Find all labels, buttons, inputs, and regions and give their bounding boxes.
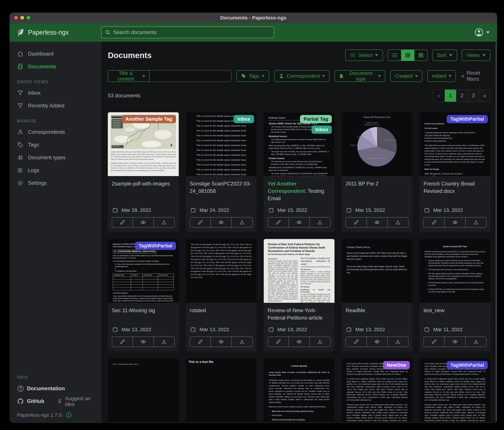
- edit-button[interactable]: [190, 217, 211, 228]
- document-title[interactable]: multi-page-mixedxx: [108, 422, 179, 423]
- sidebar-item-document-types[interactable]: Document types: [9, 151, 101, 164]
- documentation-link[interactable]: Documentation: [9, 382, 101, 395]
- pagination-prev-button[interactable]: «: [433, 90, 445, 102]
- document-thumbnail[interactable]: Patient BP Distribution 2011 Isolated Sy…: [342, 112, 413, 176]
- document-thumbnail[interactable]: This is a multi page document. Page 1.: [108, 358, 179, 422]
- view-button[interactable]: [289, 217, 310, 228]
- view-button[interactable]: [133, 337, 154, 347]
- edit-button[interactable]: [268, 337, 289, 347]
- sidebar-item-documents[interactable]: Documents: [9, 60, 101, 73]
- download-button[interactable]: [310, 337, 331, 347]
- sidebar-item-logs[interactable]: Logs: [9, 164, 101, 177]
- pagination-page-3[interactable]: 3: [468, 90, 479, 102]
- views-button[interactable]: Views: [462, 49, 490, 61]
- document-thumbnail[interactable]: This is the text that appears on the fir…: [186, 239, 257, 303]
- view-button[interactable]: [367, 217, 388, 228]
- select-button[interactable]: Select: [345, 49, 383, 61]
- document-thumbnail[interactable]: French Country Bread For the Leaven 1 he…: [420, 112, 490, 176]
- download-button[interactable]: [232, 337, 252, 347]
- scrollbar[interactable]: [496, 42, 497, 422]
- download-button[interactable]: [154, 217, 175, 228]
- edit-button[interactable]: [112, 217, 133, 228]
- created-filter-button[interactable]: Created: [390, 70, 422, 82]
- view-button[interactable]: [367, 337, 388, 347]
- added-filter-button[interactable]: Added: [427, 70, 456, 82]
- document-title[interactable]: Sonstige ScanPC2022 03-24_081058: [186, 176, 257, 196]
- document-thumbnail[interactable]: Contact Sheet Demo Given a set of image …: [342, 239, 413, 303]
- view-button[interactable]: [211, 337, 232, 347]
- document-title[interactable]: rotated: [186, 303, 257, 323]
- sidebar-item-dashboard[interactable]: Dashboard: [9, 47, 101, 60]
- document-title[interactable]: Yet Another Correspondent: Testing Email: [264, 176, 335, 204]
- document-thumbnail[interactable]: Lorem ipsum dolor sit amet, consectetur …: [420, 358, 490, 422]
- download-button[interactable]: [310, 217, 331, 228]
- pagination-next-button[interactable]: »: [479, 90, 490, 102]
- sidebar-item-correspondents[interactable]: Correspondents: [9, 126, 101, 139]
- tag-badge[interactable]: TagWithPartial: [447, 115, 488, 123]
- edit-button[interactable]: [423, 217, 445, 228]
- suggest-idea-link[interactable]: Suggest an idea: [57, 396, 101, 407]
- tags-filter-button[interactable]: Tags: [236, 70, 269, 82]
- download-button[interactable]: [388, 337, 408, 347]
- github-icon[interactable]: [17, 398, 24, 405]
- user-menu[interactable]: [474, 28, 497, 37]
- pagination-page-2[interactable]: 2: [456, 90, 468, 102]
- view-button[interactable]: [289, 337, 310, 347]
- detail-view-button[interactable]: [414, 50, 427, 61]
- document-title[interactable]: simple txt file: [186, 422, 257, 423]
- document-title[interactable]: French Country Bread Revised.docx: [420, 176, 490, 196]
- document-thumbnail[interactable]: Review of New York Federal Petitions for…: [264, 239, 335, 303]
- document-thumbnail[interactable]: Lorem ipsum dolor sit amet, consectetur …: [342, 358, 413, 422]
- download-button[interactable]: [232, 217, 252, 228]
- document-title[interactable]: Review-of-New-York-Federal-Petitions-art…: [264, 303, 335, 323]
- search-input[interactable]: [113, 29, 270, 35]
- pagination-page-1[interactable]: 1: [445, 90, 456, 102]
- github-link[interactable]: GitHub: [27, 398, 44, 404]
- grid-view-button[interactable]: [401, 50, 414, 61]
- download-button[interactable]: [466, 217, 486, 228]
- document-thumbnail[interactable]: Boundary Waters Trip Google Earth Curabi…: [108, 112, 179, 176]
- app-logo[interactable]: Paperless-ngx: [9, 28, 101, 37]
- tag-badge[interactable]: Inbox: [312, 126, 332, 134]
- download-button[interactable]: [388, 217, 408, 228]
- view-button[interactable]: [445, 217, 465, 228]
- edit-button[interactable]: [346, 217, 367, 228]
- document-title[interactable]: sample-pdf-download-10-mb-longer-title: [420, 422, 490, 423]
- view-button[interactable]: [133, 217, 154, 228]
- edit-button[interactable]: [112, 337, 133, 347]
- sidebar-item-inbox[interactable]: Inbox: [9, 87, 101, 99]
- document-thumbnail[interactable]: Application for Medical Staff Members Go…: [108, 239, 179, 303]
- document-thumbnail[interactable]: This is a test for the double space char…: [186, 112, 257, 176]
- document-thumbnail[interactable]: This is a test file.: [186, 358, 257, 422]
- edit-button[interactable]: [423, 337, 445, 347]
- list-view-button[interactable]: [388, 50, 401, 61]
- correspondent-filter-button[interactable]: Correspondent: [274, 70, 329, 82]
- download-button[interactable]: [154, 337, 175, 347]
- view-button[interactable]: [211, 217, 232, 228]
- document-thumbnail[interactable]: Lorem ipsum Lorem ipsum dolor sit amet, …: [264, 358, 335, 422]
- sidebar-item-recently-added[interactable]: Recently Added: [9, 99, 101, 112]
- edit-button[interactable]: [190, 337, 211, 347]
- edit-button[interactable]: [346, 337, 367, 347]
- document-title[interactable]: ReadMe: [342, 303, 413, 323]
- document-type-filter-button[interactable]: Document type: [334, 70, 385, 82]
- info-circle-icon[interactable]: [66, 412, 72, 418]
- document-title[interactable]: test_new: [420, 303, 490, 323]
- view-button[interactable]: [445, 337, 465, 347]
- tag-badge[interactable]: Partial Tag: [300, 115, 332, 123]
- sort-button[interactable]: Sort: [432, 49, 457, 61]
- tag-badge[interactable]: Another Sample Tag: [122, 115, 176, 123]
- edit-button[interactable]: [268, 217, 289, 228]
- sidebar-item-settings[interactable]: Settings: [9, 177, 101, 189]
- tag-badge[interactable]: NewOne: [383, 361, 410, 369]
- correspondent-link[interactable]: Yet Another Correspondent: [268, 181, 305, 194]
- document-title[interactable]: 2011 BP Pie 2: [342, 176, 413, 196]
- title-content-filter-input[interactable]: [150, 70, 231, 82]
- sidebar-item-tags[interactable]: Tags: [9, 139, 101, 151]
- document-title[interactable]: Newest Correspondent: f_combineds: [342, 422, 413, 423]
- document-title[interactable]: Sec 11-Missing sig: [108, 303, 179, 323]
- download-button[interactable]: [466, 337, 486, 347]
- document-thumbnail[interactable]: Adobe Acrobat PDF Files Adobe® Portable …: [420, 239, 490, 303]
- tag-badge[interactable]: TagWithPartial: [135, 242, 176, 250]
- filter-field-selector[interactable]: Title & content: [108, 70, 150, 82]
